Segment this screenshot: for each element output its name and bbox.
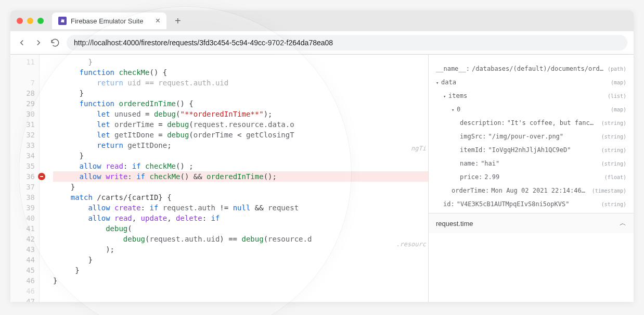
tab-bar: Firebase Emulator Suite × + bbox=[10, 10, 634, 31]
maximize-window-icon[interactable] bbox=[37, 18, 44, 24]
error-marker-icon[interactable] bbox=[38, 173, 45, 180]
code-line[interactable]: return uid == request.auth.uid bbox=[53, 78, 428, 88]
code-line[interactable]: } bbox=[53, 182, 428, 192]
caret-down-icon bbox=[452, 106, 457, 113]
code-line[interactable]: function orderedInTime() { bbox=[53, 98, 428, 109]
code-line[interactable]: } bbox=[53, 275, 428, 286]
code-line[interactable]: let orderTime = debug(request.resource.d… bbox=[53, 119, 428, 130]
line-number: 41 bbox=[10, 223, 35, 234]
field-id: id: "V4E3K5cB1AUTMpqEIvS8ni5opKVS" (stri… bbox=[436, 197, 626, 211]
field-row: itemId:"IoVgqH2nhJljAh1QC9eD"(string) bbox=[436, 143, 626, 157]
code-line[interactable]: let getItDone = debug(orderTime < getClo… bbox=[53, 130, 428, 140]
code-line[interactable]: debug(request.auth.uid) == debug(resourc… bbox=[53, 234, 428, 244]
field-name: __name__: /databases/(default)/documents… bbox=[436, 62, 626, 75]
line-number: 40 bbox=[10, 213, 35, 223]
line-number: 32 bbox=[10, 130, 35, 140]
line-number: 38 bbox=[10, 192, 35, 203]
field-index-0[interactable]: 0 (map) bbox=[436, 103, 626, 116]
window-controls bbox=[17, 18, 44, 24]
line-number: 28 bbox=[10, 88, 35, 98]
line-number: 11 bbox=[10, 57, 35, 67]
address-bar bbox=[10, 31, 634, 54]
url-input[interactable] bbox=[67, 35, 627, 51]
line-number: 45 bbox=[10, 265, 35, 275]
line-number: 30 bbox=[10, 109, 35, 119]
code-line[interactable]: } bbox=[53, 255, 428, 265]
request-inspector-panel: __name__: /databases/(default)/documents… bbox=[429, 55, 634, 302]
code-line[interactable]: } bbox=[53, 150, 428, 161]
code-line[interactable]: } bbox=[53, 88, 428, 98]
line-number: 43 bbox=[10, 244, 35, 255]
code-line[interactable]: let unused = debug("**orderedInTime**"); bbox=[53, 109, 428, 119]
line-number: 47 bbox=[10, 296, 35, 302]
line-number: 35 bbox=[10, 161, 35, 171]
browser-window: Firebase Emulator Suite × + bbox=[10, 10, 634, 55]
reload-button[interactable] bbox=[50, 37, 60, 48]
line-number: 31 bbox=[10, 119, 35, 130]
back-button[interactable] bbox=[17, 37, 27, 48]
line-number: 46 bbox=[10, 286, 35, 296]
field-row: imgSrc:"/img/pour-over.png"(string) bbox=[436, 130, 626, 143]
code-line[interactable]: } bbox=[53, 57, 428, 67]
code-line[interactable]: match /carts/{cartID} { bbox=[53, 192, 428, 203]
code-line[interactable] bbox=[53, 286, 428, 296]
minimize-window-icon[interactable] bbox=[27, 18, 33, 24]
code-line[interactable] bbox=[53, 296, 428, 302]
new-tab-button[interactable]: + bbox=[171, 15, 185, 27]
line-number: 36 bbox=[10, 171, 35, 182]
rules-code-panel: 1172829303132333435363738394041424344454… bbox=[10, 55, 429, 302]
code-line[interactable]: function checkMe() { bbox=[53, 67, 428, 78]
code-line[interactable]: debug( bbox=[53, 223, 428, 234]
browser-tab[interactable]: Firebase Emulator Suite × bbox=[52, 12, 166, 29]
code-body[interactable]: } function checkMe() { return uid == req… bbox=[40, 55, 428, 302]
code-line[interactable]: allow read, update, delete: if bbox=[53, 213, 428, 223]
line-number bbox=[10, 67, 35, 78]
code-line[interactable]: ); bbox=[53, 244, 428, 255]
line-number: 34 bbox=[10, 150, 35, 161]
code-line[interactable]: } bbox=[53, 265, 428, 275]
request-time-section[interactable]: request.time ︿ bbox=[429, 213, 634, 233]
line-number: 33 bbox=[10, 140, 35, 150]
caret-down-icon bbox=[436, 79, 441, 86]
firebase-favicon-icon bbox=[58, 17, 67, 25]
forward-button[interactable] bbox=[33, 37, 44, 48]
field-items[interactable]: items (list) bbox=[436, 89, 626, 103]
code-line[interactable]: allow write: if checkMe() && orderedInTi… bbox=[53, 171, 428, 182]
line-number: 39 bbox=[10, 203, 35, 213]
code-line[interactable]: allow create: if request.auth != null &&… bbox=[53, 203, 428, 213]
close-tab-icon[interactable]: × bbox=[156, 16, 160, 26]
line-number: 29 bbox=[10, 98, 35, 109]
field-ordertime: orderTime: Mon Aug 02 2021 22:14:46 GM… … bbox=[436, 184, 626, 197]
field-data[interactable]: data (map) bbox=[436, 75, 626, 89]
code-line[interactable]: allow read: if checkMe() ; bbox=[53, 161, 428, 171]
code-line[interactable]: return getItDone; bbox=[53, 140, 428, 150]
line-number: 46 bbox=[10, 275, 35, 286]
caret-down-icon bbox=[443, 92, 448, 99]
chevron-up-icon: ︿ bbox=[620, 219, 626, 228]
line-number: 44 bbox=[10, 255, 35, 265]
line-number: 42 bbox=[10, 234, 35, 244]
line-number: 7 bbox=[10, 78, 35, 88]
field-row: price:2.99(float) bbox=[436, 170, 626, 184]
tab-title: Firebase Emulator Suite bbox=[71, 17, 143, 25]
close-window-icon[interactable] bbox=[17, 18, 23, 24]
line-gutter: 1172829303132333435363738394041424344454… bbox=[10, 55, 40, 302]
request-time-label: request.time bbox=[436, 220, 473, 228]
emulator-content: 1172829303132333435363738394041424344454… bbox=[10, 55, 634, 302]
field-row: description:"It's coffee, but fanc…(stri… bbox=[436, 116, 626, 130]
line-number: 37 bbox=[10, 182, 35, 192]
field-row: name:"hai"(string) bbox=[436, 157, 626, 170]
